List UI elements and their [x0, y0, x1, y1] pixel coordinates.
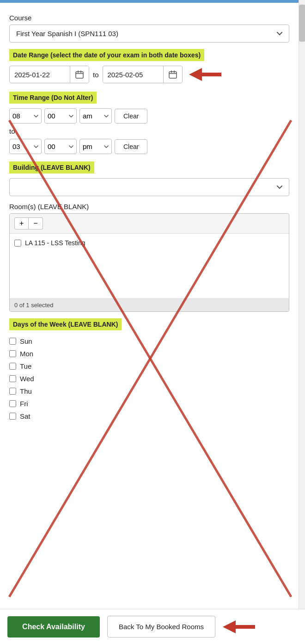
- footer-red-arrow: [223, 620, 255, 633]
- back-to-booked-rooms-button[interactable]: Back To My Booked Rooms: [107, 616, 215, 638]
- time-start-ampm-select[interactable]: am pm: [79, 108, 112, 124]
- date-to-separator: to: [93, 71, 99, 79]
- day-checkbox-mon[interactable]: [9, 350, 16, 357]
- day-label-thu: Thu: [20, 387, 32, 395]
- days-section: Days of the Week (LEAVE BLANK) Sun Mon T…: [9, 318, 289, 422]
- day-checkbox-tue[interactable]: [9, 363, 16, 370]
- time-start-row: 08 00 am pm Clear: [9, 108, 289, 124]
- building-select[interactable]: [9, 178, 289, 196]
- list-item: Fri: [9, 397, 289, 410]
- day-checkbox-sun[interactable]: [9, 338, 16, 345]
- rooms-toolbar: + −: [10, 214, 289, 234]
- building-label: Building (LEAVE BLANK): [9, 161, 94, 173]
- main-content: Course First Year Spanish I (SPN111 03) …: [0, 9, 299, 476]
- time-end-hour-select[interactable]: 03: [9, 139, 42, 154]
- course-select[interactable]: First Year Spanish I (SPN111 03): [9, 25, 289, 43]
- rooms-add-button[interactable]: +: [14, 217, 29, 229]
- calendar-icon: [75, 70, 84, 79]
- svg-marker-8: [189, 68, 221, 81]
- list-item: LA 115 - LSS Testing: [14, 237, 284, 248]
- svg-marker-11: [223, 620, 255, 633]
- day-label-sun: Sun: [20, 337, 32, 345]
- time-start-minute-select[interactable]: 00: [44, 108, 77, 124]
- svg-rect-4: [169, 72, 177, 78]
- rooms-remove-button[interactable]: −: [29, 217, 43, 229]
- top-bar: [0, 0, 305, 3]
- list-item: Sun: [9, 335, 289, 347]
- course-label: Course: [9, 14, 289, 22]
- date-from-calendar-button[interactable]: [70, 66, 89, 83]
- day-checkbox-sat[interactable]: [9, 413, 16, 420]
- day-label-wed: Wed: [20, 375, 34, 383]
- footer-bar: Check Availability Back To My Booked Roo…: [0, 609, 305, 644]
- scrollbar-thumb[interactable]: [299, 5, 305, 42]
- rooms-box: + − LA 115 - LSS Testing 0 of 1 selected: [9, 213, 289, 312]
- time-range-label: Time Range (Do Not Alter): [9, 92, 97, 104]
- day-label-mon: Mon: [20, 350, 33, 358]
- day-checkbox-wed[interactable]: [9, 375, 16, 382]
- date-row: to: [9, 66, 289, 83]
- list-item: Mon: [9, 347, 289, 360]
- calendar-icon-2: [168, 70, 177, 79]
- time-end-minute-select[interactable]: 00: [44, 139, 77, 154]
- list-item: Wed: [9, 372, 289, 385]
- list-item: Tue: [9, 360, 289, 372]
- date-to-input[interactable]: [103, 67, 163, 82]
- rooms-label: Room(s) (LEAVE BLANK): [9, 203, 289, 211]
- day-label-fri: Fri: [20, 400, 28, 408]
- red-arrow-icon: [189, 68, 221, 81]
- rooms-footer: 0 of 1 selected: [10, 298, 289, 311]
- scrollbar[interactable]: [299, 0, 305, 644]
- day-checkbox-fri[interactable]: [9, 400, 16, 407]
- check-availability-button[interactable]: Check Availability: [7, 616, 100, 638]
- date-range-label: Date Range (select the date of your exam…: [9, 49, 204, 61]
- list-item: Thu: [9, 385, 289, 397]
- time-end-ampm-select[interactable]: am pm: [79, 139, 112, 154]
- footer-arrow-icon: [223, 620, 255, 633]
- time-range-section: Time Range (Do Not Alter) 08 00 am pm Cl…: [9, 92, 289, 154]
- room-checkbox-la115[interactable]: [14, 240, 21, 247]
- list-item: Sat: [9, 410, 289, 422]
- time-start-hour-select[interactable]: 08: [9, 108, 42, 124]
- days-label: Days of the Week (LEAVE BLANK): [9, 318, 122, 330]
- date-from-wrapper: [9, 66, 89, 83]
- date-to-calendar-button[interactable]: [163, 66, 182, 83]
- date-from-input[interactable]: [10, 67, 70, 82]
- rooms-list: LA 115 - LSS Testing: [10, 234, 289, 298]
- date-to-wrapper: [103, 66, 183, 83]
- svg-rect-0: [76, 72, 83, 78]
- day-label-tue: Tue: [20, 362, 31, 370]
- room-label-la115: LA 115 - LSS Testing: [25, 239, 85, 247]
- page-wrapper: Course First Year Spanish I (SPN111 03) …: [0, 0, 305, 644]
- time-end-clear-button[interactable]: Clear: [115, 139, 147, 154]
- time-to-label: to: [9, 127, 289, 135]
- time-start-clear-button[interactable]: Clear: [115, 109, 147, 124]
- day-label-sat: Sat: [20, 412, 30, 420]
- date-arrow-indicator: [189, 68, 221, 81]
- day-checkbox-thu[interactable]: [9, 388, 16, 395]
- time-end-row: 03 00 am pm Clear: [9, 139, 289, 154]
- building-section: Building (LEAVE BLANK): [9, 161, 289, 196]
- rooms-section: Room(s) (LEAVE BLANK) + − LA 115 - LSS T…: [9, 203, 289, 312]
